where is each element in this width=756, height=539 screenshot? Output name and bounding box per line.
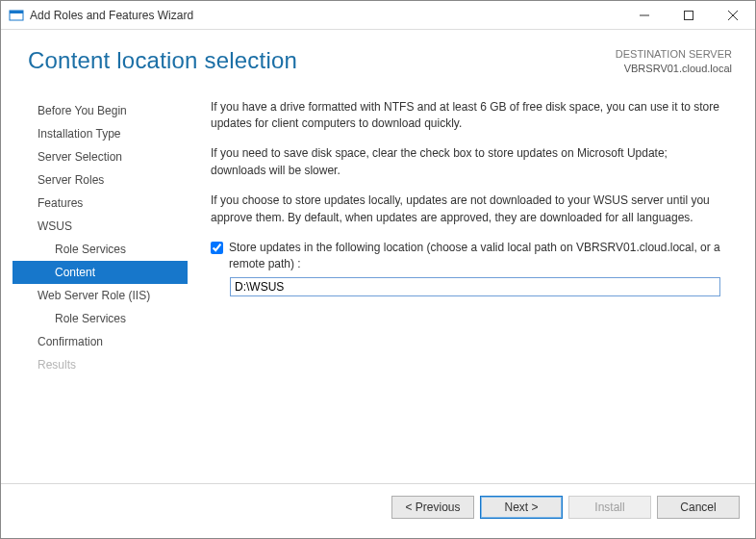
titlebar: Add Roles and Features Wizard: [1, 1, 755, 30]
nav-step[interactable]: Server Roles: [13, 168, 188, 192]
destination-server-value: VBRSRV01.cloud.local: [616, 62, 732, 76]
nav-step[interactable]: Features: [13, 192, 188, 215]
wizard-footer: < Previous Next > Install Cancel: [1, 483, 755, 538]
content-pane: If you have a drive formatted with NTFS …: [188, 95, 742, 483]
app-icon: [9, 8, 24, 23]
destination-server-label: DESTINATION SERVER: [616, 47, 732, 62]
body: Before You BeginInstallation TypeServer …: [1, 88, 755, 483]
nav-step[interactable]: Content: [13, 261, 188, 284]
page-title: Content location selection: [28, 47, 616, 74]
intro-para-3: If you choose to store updates locally, …: [211, 192, 720, 226]
intro-para-2: If you need to save disk space, clear th…: [211, 145, 720, 179]
svg-rect-1: [10, 11, 23, 13]
wizard-window: Add Roles and Features Wizard Content lo…: [0, 0, 756, 539]
nav-step[interactable]: Server Selection: [13, 145, 188, 168]
store-updates-label: Store updates in the following location …: [229, 240, 720, 273]
nav-step[interactable]: Confirmation: [13, 330, 188, 353]
page-header: Content location selection DESTINATION S…: [1, 30, 755, 88]
intro-para-1: If you have a drive formatted with NTFS …: [211, 99, 720, 133]
step-nav: Before You BeginInstallation TypeServer …: [13, 95, 188, 483]
previous-button[interactable]: < Previous: [391, 496, 474, 519]
window-title: Add Roles and Features Wizard: [30, 9, 193, 22]
nav-step[interactable]: Installation Type: [13, 122, 188, 145]
store-updates-option[interactable]: Store updates in the following location …: [211, 240, 720, 273]
nav-step[interactable]: Before You Begin: [13, 99, 188, 122]
destination-server: DESTINATION SERVER VBRSRV01.cloud.local: [616, 47, 732, 76]
nav-step[interactable]: Role Services: [13, 238, 188, 261]
install-button[interactable]: Install: [568, 496, 651, 519]
nav-step[interactable]: Web Server Role (IIS): [13, 284, 188, 307]
nav-step[interactable]: Role Services: [13, 307, 188, 330]
nav-step: Results: [13, 353, 188, 376]
content-location-input[interactable]: [230, 277, 720, 296]
minimize-button[interactable]: [622, 1, 667, 30]
svg-rect-3: [685, 11, 693, 19]
cancel-button[interactable]: Cancel: [657, 496, 740, 519]
next-button[interactable]: Next >: [480, 496, 563, 519]
nav-step[interactable]: WSUS: [13, 215, 188, 238]
maximize-button[interactable]: [667, 1, 711, 30]
store-updates-checkbox[interactable]: [211, 242, 223, 254]
close-button[interactable]: [711, 1, 755, 30]
